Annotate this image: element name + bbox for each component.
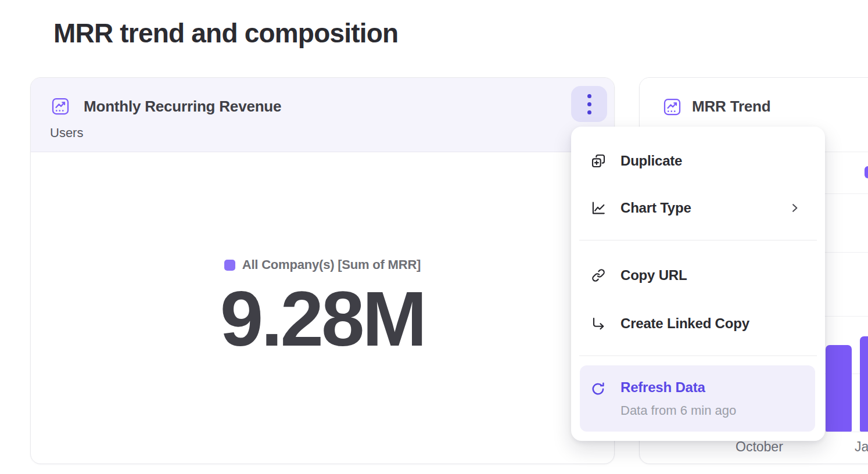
trend-legend-chip[interactable] [865,166,868,178]
bar-january-region [860,336,868,432]
big-number-value: 9.28M [31,280,614,358]
menu-item-label: Refresh Data [620,379,705,396]
menu-item-label: Copy URL [620,267,687,283]
menu-item-chart-type[interactable]: Chart Type [579,193,817,222]
chart-card-icon [52,98,69,115]
menu-item-refresh-data[interactable]: Refresh Data Data from 6 min ago [580,365,815,432]
x-axis-label: Ja [855,439,868,455]
linked-copy-icon [591,316,606,331]
link-icon [591,268,606,283]
kebab-dot [587,110,591,114]
mrr-card-title: Monthly Recurring Revenue [84,98,281,116]
mrr-card: Monthly Recurring Revenue Users All Comp… [30,77,615,464]
refresh-icon [590,381,606,397]
menu-item-label: Chart Type [620,200,691,216]
bar-october-region [826,345,852,432]
dashboard-canvas: MRR trend and composition Monthly Recurr… [0,0,868,474]
kebab-dot [587,94,591,98]
menu-item-duplicate[interactable]: Duplicate [579,146,817,175]
context-menu: Duplicate Chart Type [571,127,825,441]
kebab-dot [587,102,591,106]
menu-item-create-linked-copy[interactable]: Create Linked Copy [579,309,817,338]
legend-swatch [224,260,235,271]
menu-item-label: Duplicate [620,153,682,169]
big-number-legend: All Company(s) [Sum of MRR] [31,258,614,272]
chart-card-icon [663,98,681,116]
x-axis-label: October [736,439,782,455]
trend-card-title: MRR Trend [692,98,770,116]
refresh-data-age: Data from 6 min ago [620,403,736,418]
menu-item-copy-url[interactable]: Copy URL [579,261,817,290]
duplicate-icon [591,153,606,168]
chevron-right-icon [789,202,801,214]
mrr-card-subtitle: Users [50,125,83,141]
mrr-card-header: Monthly Recurring Revenue Users [31,78,614,152]
chart-type-icon [591,200,606,216]
page-title: MRR trend and composition [53,17,398,49]
card-options-button[interactable] [571,86,607,122]
legend-label: All Company(s) [Sum of MRR] [242,257,421,272]
menu-divider [579,240,817,240]
menu-divider [579,356,817,356]
menu-item-label: Create Linked Copy [620,315,749,332]
